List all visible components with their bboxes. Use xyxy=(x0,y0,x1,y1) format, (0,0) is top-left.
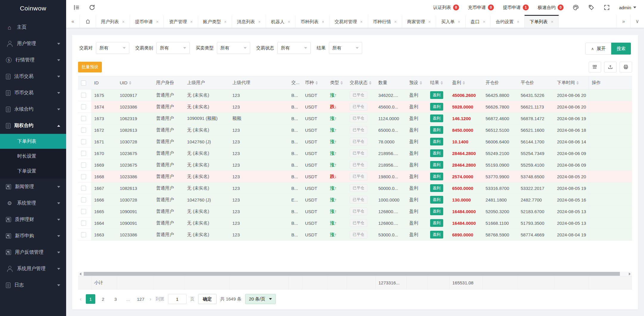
close-icon[interactable]: × xyxy=(258,19,261,24)
refresh-icon[interactable] xyxy=(89,4,95,11)
column-header[interactable]: 盈利 xyxy=(449,76,483,89)
tab[interactable]: 币种列表 × xyxy=(295,15,329,28)
close-icon[interactable]: × xyxy=(122,19,125,24)
column-header[interactable]: 预设 xyxy=(406,76,427,89)
close-icon[interactable]: × xyxy=(394,19,397,24)
close-icon[interactable]: × xyxy=(322,19,324,24)
sort-icon[interactable] xyxy=(340,81,343,85)
tab[interactable]: 交易对管理 × xyxy=(329,15,368,28)
scroll-right-arrow-icon[interactable] xyxy=(629,272,631,275)
sort-icon[interactable] xyxy=(576,81,579,85)
prev-page-button[interactable]: ‹ xyxy=(79,296,82,302)
column-header[interactable]: ID xyxy=(91,76,117,89)
sidebar-item[interactable]: 下单列表 xyxy=(0,134,66,149)
sidebar-item[interactable]: 新闻管理 xyxy=(0,179,66,195)
row-checkbox[interactable] xyxy=(81,128,86,133)
sort-icon[interactable] xyxy=(369,81,371,85)
theme-palette-icon[interactable] xyxy=(573,4,579,11)
topbar-link-deposit-requests[interactable]: 充币申请 0 xyxy=(468,4,494,10)
tab[interactable]: 消息列表 × xyxy=(232,15,266,28)
home-tab[interactable] xyxy=(80,15,96,28)
close-icon[interactable]: × xyxy=(551,19,553,24)
sidebar-item[interactable]: 时长设置 xyxy=(0,149,66,164)
topbar-link-withdraw-requests[interactable]: 提币申请 1 xyxy=(503,4,529,10)
close-icon[interactable]: × xyxy=(156,19,158,24)
sidebar-item[interactable]: 法币交易 xyxy=(0,68,66,85)
row-checkbox[interactable] xyxy=(81,197,86,202)
sidebar-item[interactable]: 系统用户管理 xyxy=(0,261,66,277)
tabs-scroll-right-button[interactable]: » xyxy=(617,15,630,28)
page-number-button[interactable]: 3 xyxy=(111,294,120,304)
row-checkbox[interactable] xyxy=(81,104,86,109)
admin-menu[interactable]: admin xyxy=(619,5,636,10)
row-checkbox[interactable] xyxy=(81,209,86,214)
column-header[interactable]: 平仓价 xyxy=(518,76,554,89)
row-checkbox[interactable] xyxy=(81,93,86,98)
expand-filters-button[interactable]: ∧ 展开 xyxy=(585,43,611,55)
sort-icon[interactable] xyxy=(463,81,465,85)
tab[interactable]: 下单列表 × xyxy=(525,15,559,28)
close-icon[interactable]: × xyxy=(288,19,290,24)
page-size-select[interactable]: 20 条/页 xyxy=(245,294,276,304)
tab[interactable]: 买入单 × xyxy=(436,15,466,28)
topbar-link-fast-contract[interactable]: 极速合约 0 xyxy=(538,4,564,10)
tabs-menu-button[interactable]: ∨ xyxy=(630,15,644,28)
horizontal-scrollbar[interactable] xyxy=(78,272,632,276)
row-checkbox[interactable] xyxy=(81,139,86,144)
next-page-button[interactable]: › xyxy=(149,296,152,302)
collapse-menu-icon[interactable] xyxy=(73,4,80,11)
sort-icon[interactable] xyxy=(441,81,443,85)
column-header[interactable]: 交易状态 xyxy=(347,76,375,89)
column-header[interactable]: 结果 xyxy=(427,76,449,89)
column-header[interactable]: 数量 xyxy=(375,76,406,89)
row-checkbox[interactable] xyxy=(81,174,86,179)
row-checkbox[interactable] xyxy=(81,232,86,237)
sidebar-item[interactable]: 用户管理 xyxy=(0,35,66,52)
column-header[interactable]: 用户身份 xyxy=(153,76,184,89)
filter-select[interactable]: 所有 xyxy=(277,42,311,54)
filter-select[interactable]: 所有 xyxy=(96,42,129,54)
row-checkbox[interactable] xyxy=(81,151,86,156)
sort-icon[interactable] xyxy=(315,81,318,85)
confirm-page-button[interactable]: 确定 xyxy=(198,294,217,304)
close-icon[interactable]: × xyxy=(483,19,485,24)
sidebar-item[interactable]: 期权合约 xyxy=(0,117,66,134)
tab[interactable]: 资产管理 × xyxy=(164,15,198,28)
fullscreen-icon[interactable] xyxy=(603,4,610,11)
tab[interactable]: 账户类型 × xyxy=(198,15,232,28)
row-checkbox[interactable] xyxy=(81,186,86,191)
tab[interactable]: 用户列表 × xyxy=(96,15,130,28)
close-icon[interactable]: × xyxy=(517,19,519,24)
column-header[interactable]: 操作 xyxy=(589,76,632,89)
filter-select[interactable]: 所有 xyxy=(156,42,190,54)
row-checkbox[interactable] xyxy=(81,221,86,226)
column-header[interactable]: 开仓价 xyxy=(483,76,518,89)
sidebar-item[interactable]: 下单设置 xyxy=(0,164,66,179)
goto-page-input[interactable] xyxy=(168,294,186,304)
column-header[interactable]: 币种 xyxy=(302,76,327,89)
tab[interactable]: 合约设置 × xyxy=(491,15,525,28)
tag-icon[interactable] xyxy=(588,4,595,11)
page-number-button[interactable]: 1 xyxy=(86,294,95,304)
column-settings-button[interactable] xyxy=(589,62,601,72)
sidebar-item[interactable]: 系统管理 xyxy=(0,195,66,211)
sidebar-item[interactable]: 行情管理 xyxy=(0,52,66,68)
column-header[interactable]: UID xyxy=(117,76,153,89)
close-icon[interactable]: × xyxy=(224,19,227,24)
sidebar-item[interactable]: 用户反馈管理 xyxy=(0,244,66,261)
close-icon[interactable]: × xyxy=(190,19,192,24)
column-header[interactable]: 交... xyxy=(288,76,302,89)
filter-select[interactable]: 所有 xyxy=(217,42,250,54)
column-header[interactable]: 下单时间 xyxy=(554,76,589,89)
tab[interactable]: 币种行情 × xyxy=(368,15,402,28)
tab[interactable]: 机器人 × xyxy=(266,15,295,28)
tab[interactable]: 盘口 × xyxy=(466,15,491,28)
page-number-button[interactable]: 127 xyxy=(136,294,145,304)
row-checkbox[interactable] xyxy=(81,116,86,121)
sidebar-item[interactable]: 日志 xyxy=(0,277,66,293)
print-button[interactable] xyxy=(620,62,632,72)
select-all-checkbox[interactable] xyxy=(81,80,86,86)
filter-select[interactable]: 所有 xyxy=(329,42,362,54)
tabs-scroll-left-button[interactable]: « xyxy=(66,15,80,28)
scroll-left-arrow-icon[interactable] xyxy=(80,272,81,275)
